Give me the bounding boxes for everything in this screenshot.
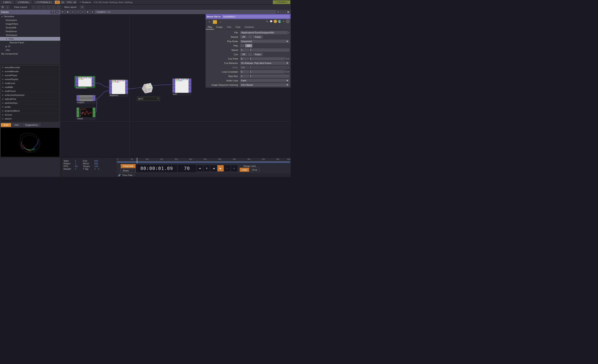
transport-play-icon[interactable]: ▶ — [217, 165, 224, 171]
params-tab-image[interactable]: Image — [214, 25, 225, 30]
transport-rewind-icon[interactable]: ⏮ — [197, 165, 203, 171]
param-play-toggle[interactable]: On — [245, 44, 252, 47]
path-tail[interactable]: >> — [108, 11, 110, 13]
comp-projectorblend[interactable]: projectorBlend — [1, 109, 60, 113]
comp-probe[interactable]: probe — [1, 105, 60, 109]
time-tempo[interactable]: 120 — [94, 165, 102, 168]
param-cuepoint[interactable]: 0 — [240, 57, 249, 60]
param-seqindex[interactable]: Zero Based▼ — [240, 83, 290, 87]
network-editor[interactable]: moviefilein1 chopto1 chan110.50 — [60, 14, 291, 158]
pathbar-window-icon[interactable]: □ — [281, 10, 285, 14]
component-list[interactable]: kinectRecorder movieBlender moviePlayer … — [0, 65, 60, 122]
tab-suggestions[interactable]: Suggestions — [22, 123, 41, 127]
op-name-field[interactable]: moviefilein1 — [222, 15, 290, 18]
timeline-scrubber[interactable] — [117, 161, 290, 163]
tree-generators[interactable]: Generators — [0, 18, 60, 22]
comp-onscreenkeyboard[interactable]: onScreenKeyboard — [1, 93, 60, 97]
pane-split-h-icon[interactable]: ⊟ — [0, 5, 5, 9]
param-step-slider[interactable] — [250, 74, 290, 78]
param-audioloop[interactable]: Fade▼ — [240, 79, 290, 82]
params-tab-trim[interactable]: Trim — [225, 25, 233, 30]
path-project[interactable]: project1 — [97, 11, 106, 13]
comp-opticalflow[interactable]: opticalFlow — [1, 97, 60, 101]
time-fps[interactable]: 60 — [75, 165, 83, 168]
transport-minus-icon[interactable]: − — [224, 165, 231, 171]
beats-button[interactable]: Beats — [121, 169, 136, 173]
param-loopx-slider[interactable] — [250, 70, 285, 73]
param-cue-toggle[interactable]: Off — [240, 53, 247, 56]
layout-slot-6[interactable] — [57, 5, 61, 9]
param-cuepoint-slider[interactable] — [250, 57, 285, 60]
tree-imagefilters[interactable]: ImageFilters — [0, 22, 60, 26]
layout-slot-4[interactable] — [47, 5, 51, 9]
pathbar-menu-icon[interactable]: ▾ — [61, 10, 65, 14]
timeline-ruler[interactable]: 1 51 101 151 201 251 301 351 401 451 501… — [116, 158, 291, 161]
param-speed[interactable]: 1 — [240, 48, 249, 52]
wiki-link[interactable]: [ WIKI ] — [1, 1, 14, 4]
transport-stepback-icon[interactable]: ◀ — [211, 165, 217, 171]
param-cuebehavior[interactable]: On Release, Play Next Frame▼ — [240, 61, 290, 65]
realtime-toggle[interactable]: ✕Realtime — [79, 1, 91, 4]
geo-plus-icon[interactable]: + — [158, 97, 159, 100]
time-rend[interactable]: 600 — [94, 162, 102, 165]
time-tsig1[interactable]: 4 — [94, 168, 98, 170]
layout-slot-3[interactable] — [42, 5, 46, 9]
palette-close-icon[interactable]: × — [55, 11, 58, 14]
param-cuepoint-arrow-icon[interactable]: ▸ — [288, 57, 290, 60]
timecode-display[interactable]: 00:00:01.09 — [136, 165, 177, 172]
node-out1[interactable]: out1 — [172, 78, 191, 96]
time-tsig2[interactable]: 4 — [98, 168, 102, 170]
params-edit-icon[interactable]: ✎ — [265, 20, 269, 23]
oi-toggle[interactable]: OI — [55, 1, 60, 4]
pane-arrow-icon[interactable]: ↓ — [5, 5, 9, 9]
layout-slot-1[interactable] — [32, 5, 36, 9]
tab-info[interactable]: Info — [12, 123, 21, 127]
frame-display[interactable]: 70 — [178, 165, 196, 172]
pathbar-plus-icon[interactable]: + — [81, 10, 85, 14]
pathbar-zero-icon[interactable]: 0 — [276, 10, 280, 14]
time-start[interactable]: 1 — [75, 160, 83, 162]
params-help2-icon[interactable]: ? — [213, 20, 217, 24]
palette-tree[interactable]: Derivative Generators ImageFilters Oculu… — [0, 15, 60, 65]
pathbar-stop-icon[interactable]: ■ — [66, 10, 70, 14]
comp-scurve[interactable]: sCurve — [1, 113, 60, 117]
comp-multimix[interactable]: multiMix — [1, 85, 60, 89]
params-python-icon[interactable]: 🐍 — [278, 20, 281, 23]
tree-vive[interactable]: Vive — [0, 48, 60, 52]
param-playmode[interactable]: Sequential▼ — [240, 40, 290, 43]
param-speed-slider[interactable] — [250, 48, 290, 52]
time-rstart[interactable]: 1 — [75, 162, 83, 165]
tree-derivative[interactable]: Derivative — [0, 15, 60, 18]
comp-movieplaylist[interactable]: moviePlaylist — [1, 77, 60, 81]
comp-search[interactable]: search — [1, 117, 60, 121]
new-layout-button[interactable]: New Layout — [61, 6, 80, 8]
params-tab-common[interactable]: Common — [242, 25, 256, 30]
node-moviefilein1[interactable]: moviefilein1 — [75, 77, 94, 89]
file-add-icon[interactable]: + — [288, 31, 290, 34]
comp-multitouch[interactable]: multiTouch — [1, 89, 60, 93]
add-layout-icon[interactable]: + — [80, 5, 84, 9]
node-noise1[interactable]: chan110.50 noise1 — [76, 107, 96, 120]
tab-icon[interactable]: Icon — [1, 123, 11, 127]
params-tab-play[interactable]: Play — [206, 25, 214, 30]
update-button[interactable]: [ UPDATE ] — [273, 0, 290, 4]
pathbar-star-icon[interactable]: ★ — [85, 10, 90, 14]
params-lang-icon[interactable]: ⊕ — [274, 20, 277, 23]
params-comment-icon[interactable]: 💬 — [270, 20, 273, 23]
palette-help-icon[interactable]: ? — [50, 11, 54, 14]
pathbar-expand-icon[interactable]: ▾ — [91, 10, 95, 14]
path-root[interactable]: / — [95, 11, 97, 13]
param-reload-toggle[interactable]: Off — [240, 35, 247, 39]
tree-ui[interactable]: UI — [0, 44, 60, 48]
tree-realsense[interactable]: RealSense — [0, 30, 60, 33]
param-file[interactable]: /Applications/TouchDesigner099. — [240, 31, 288, 34]
tree-oculusrift[interactable]: OculusRift — [0, 26, 60, 30]
param-cue-pulse[interactable]: Pulse — [253, 53, 263, 56]
transport-plus-icon[interactable]: + — [231, 165, 237, 171]
layout-slot-2[interactable] — [37, 5, 41, 9]
pathbar-grid-icon[interactable]: ▦ — [286, 10, 290, 14]
once-button[interactable]: Once — [249, 168, 259, 172]
comp-kinectrecorder[interactable]: kinectRecorder — [1, 65, 60, 70]
tree-remotepanel[interactable]: Remote Panel — [0, 41, 60, 44]
node-chopto1[interactable]: chopto1 — [76, 95, 96, 104]
